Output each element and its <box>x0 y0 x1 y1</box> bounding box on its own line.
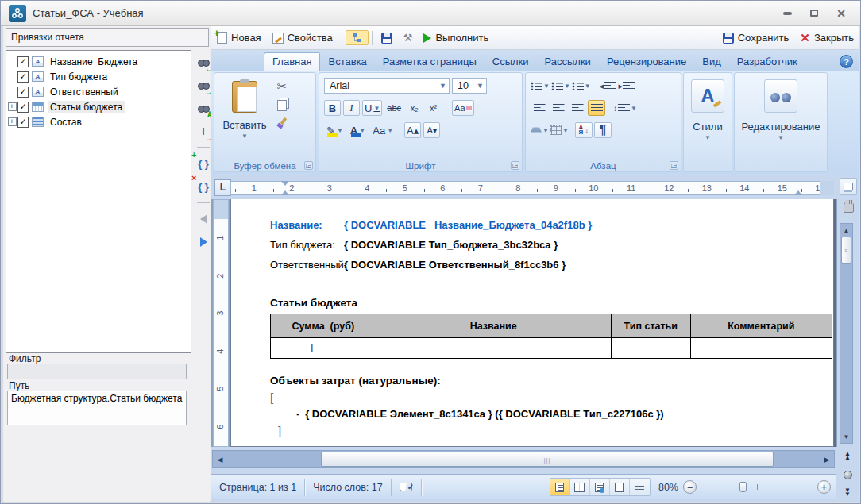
find-text-binding-button[interactable]: A <box>195 99 211 117</box>
numbering-button[interactable]: ▼ <box>551 78 570 94</box>
checkbox-checked-icon[interactable]: ✓ <box>17 56 29 67</box>
pan-hand-button[interactable] <box>840 198 857 216</box>
tab-vid[interactable]: Вид <box>694 53 729 71</box>
tab-recenzirovanie[interactable]: Рецензирование <box>599 53 694 71</box>
shading-button[interactable]: ▼ <box>531 122 549 138</box>
outline-view-button[interactable] <box>610 479 630 495</box>
show-marks-button[interactable]: ¶ <box>594 122 612 138</box>
document-area[interactable]: 123456 Название: { DOCVARIABLE Название_… <box>211 199 837 447</box>
tree-item-sostav[interactable]: + ✓ Состав <box>6 114 191 129</box>
draft-view-button[interactable] <box>630 479 650 495</box>
properties-button[interactable]: Свойства <box>267 30 338 45</box>
vertical-scrollbar[interactable]: ▲ ≡ ▼ <box>840 223 853 444</box>
align-left-button[interactable] <box>531 100 548 116</box>
filter-input[interactable] <box>7 364 187 379</box>
font-color-button[interactable]: А▼ <box>348 122 368 138</box>
line-spacing-button[interactable]: ↕▼ <box>613 100 637 116</box>
scroll-right-arrow[interactable]: ▶ <box>820 451 834 467</box>
bindings-tree[interactable]: ✓ A Название_Бюджета ✓ A Тип бюджета ✓ A… <box>6 50 191 353</box>
tab-razrabotchik[interactable]: Разработчик <box>729 53 805 71</box>
horizontal-scroll-thumb[interactable]: ||| <box>321 452 774 467</box>
checkbox-checked-icon[interactable]: ✓ <box>17 117 29 128</box>
find-previous-binding-button[interactable]: ← <box>195 53 211 71</box>
tab-glavnaya[interactable]: Главная <box>264 52 320 71</box>
field-line-otvetstvennyj[interactable]: Ответственный: { DOCVARIABLE Ответственн… <box>270 255 832 275</box>
tab-rassylki[interactable]: Рассылки <box>537 53 599 71</box>
tab-ssylki[interactable]: Ссылки <box>485 53 537 71</box>
bold-button[interactable]: B <box>324 100 341 116</box>
horizontal-ruler[interactable]: 12345678910111213141516 <box>230 181 834 195</box>
select-browse-object-button[interactable] <box>840 471 855 479</box>
subscript-button[interactable]: x₂ <box>406 100 423 116</box>
previous-page-button[interactable]: ▲▲ <box>840 452 855 460</box>
horizontal-scrollbar[interactable]: ◀ ||| ▶ <box>212 450 835 468</box>
save-button[interactable]: Сохранить <box>717 30 795 45</box>
budget-items-table[interactable]: Сумма (руб) Название Тип статьи Коммента… <box>270 314 832 359</box>
grow-font-button[interactable]: А▴ <box>404 122 421 138</box>
table-row[interactable]: I <box>271 338 832 359</box>
expand-icon[interactable]: + <box>8 102 17 111</box>
increase-indent-button[interactable]: ▸ <box>618 78 635 94</box>
italic-button[interactable]: I <box>343 100 360 116</box>
dialog-launcher-icon[interactable]: ◲ <box>670 161 678 170</box>
styles-button[interactable]: А Стили ▼ <box>686 76 729 157</box>
zoom-slider[interactable] <box>701 480 813 494</box>
change-case-button[interactable]: Аа▼ <box>370 122 396 138</box>
tree-item-nazvanie-byudzheta[interactable]: ✓ A Название_Бюджета <box>6 54 191 69</box>
shrink-font-button[interactable]: А▾ <box>423 122 440 138</box>
tab-vstavka[interactable]: Вставка <box>320 53 374 71</box>
align-right-button[interactable] <box>569 100 586 116</box>
insert-field-button[interactable]: +{ } <box>195 155 211 172</box>
ruler-toggle-button[interactable] <box>840 178 857 195</box>
strikethrough-button[interactable]: abc <box>384 100 403 116</box>
new-report-button[interactable]: Новая <box>211 30 267 45</box>
help-button[interactable]: ? <box>840 55 853 68</box>
spellcheck-status[interactable] <box>392 479 422 496</box>
tree-item-otvetstvennyj[interactable]: ✓ A Ответственный <box>6 84 191 99</box>
navigate-back-button[interactable] <box>195 210 211 228</box>
next-page-button[interactable]: ▼▼ <box>840 488 855 496</box>
superscript-button[interactable]: x² <box>425 100 442 116</box>
checkbox-checked-icon[interactable]: ✓ <box>17 71 29 83</box>
settings-tools-button[interactable]: ⚒ <box>398 30 419 45</box>
vertical-scroll-thumb[interactable]: ≡ <box>841 237 851 264</box>
print-layout-view-button[interactable] <box>550 479 570 495</box>
sort-button[interactable]: АЯ↓ <box>575 122 593 138</box>
goto-cursor-button[interactable]: I→ <box>195 122 211 140</box>
vertical-ruler[interactable]: 123456 <box>213 199 229 447</box>
reading-view-button[interactable] <box>570 479 590 495</box>
zoom-level[interactable]: 80% <box>658 482 678 493</box>
zoom-slider-thumb[interactable] <box>739 482 747 492</box>
bullet-field-line[interactable]: ▪ { DOCVARIABLE Элемент_8c1341ca } ({ DO… <box>270 406 832 423</box>
close-button[interactable]: ✕Закрыть <box>794 29 859 47</box>
tab-selector[interactable]: L <box>214 179 231 196</box>
minimize-button[interactable] <box>781 8 793 19</box>
tree-item-tip-byudzheta[interactable]: ✓ A Тип бюджета <box>6 69 191 84</box>
editing-button[interactable]: Редактирование ▼ <box>737 76 824 157</box>
tree-item-stati-byudzheta[interactable]: + ✓ Статьи бюджета <box>6 99 191 114</box>
justify-button[interactable] <box>588 100 605 116</box>
toggle-bindings-panel-button[interactable] <box>346 30 369 45</box>
checkbox-checked-icon[interactable]: ✓ <box>17 87 29 98</box>
expand-icon[interactable]: + <box>8 117 17 126</box>
checkbox-checked-icon[interactable]: ✓ <box>17 102 29 113</box>
bullets-button[interactable]: ▼ <box>531 78 550 94</box>
highlight-color-button[interactable]: ✎▼ <box>324 122 346 138</box>
find-next-binding-button[interactable]: → <box>195 76 211 94</box>
scroll-down-arrow[interactable]: ▼ <box>840 430 852 443</box>
zoom-in-button[interactable]: + <box>817 480 831 494</box>
field-line-nazvanie[interactable]: Название: { DOCVARIABLE Название_Бюджета… <box>270 215 832 235</box>
remove-field-button[interactable]: ×{ } <box>195 178 211 195</box>
run-report-button[interactable]: Выполнить <box>418 30 494 45</box>
dialog-launcher-icon[interactable]: ◲ <box>304 161 313 170</box>
close-window-button[interactable]: ✕ <box>835 8 847 19</box>
underline-button[interactable]: U▼ <box>362 100 382 116</box>
cut-button[interactable]: ✂ <box>277 79 288 94</box>
dialog-launcher-icon[interactable]: ◲ <box>511 161 519 170</box>
multilevel-list-button[interactable]: ▼ <box>572 78 591 94</box>
align-center-button[interactable] <box>550 100 567 116</box>
document-page[interactable]: Название: { DOCVARIABLE Название_Бюджета… <box>230 199 834 447</box>
web-layout-view-button[interactable] <box>590 479 610 495</box>
field-line-tip[interactable]: Тип бюджета: { DOCVARIABLE Тип_бюджета_3… <box>270 235 832 255</box>
save-template-button[interactable] <box>376 31 398 45</box>
